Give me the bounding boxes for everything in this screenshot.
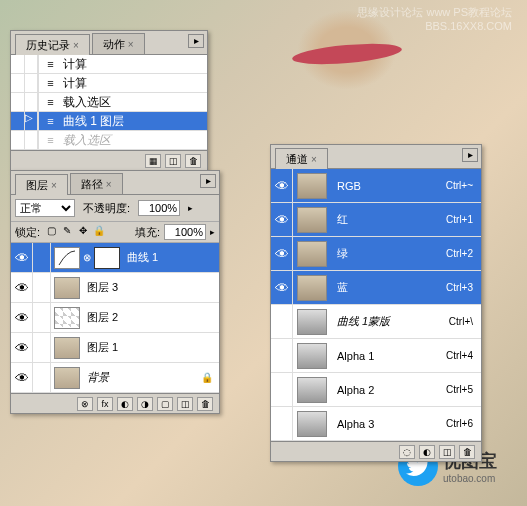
panel-menu-button[interactable]: ▸ <box>462 148 478 162</box>
panel-menu-button[interactable]: ▸ <box>200 174 216 188</box>
opacity-label: 不透明度: <box>83 201 130 216</box>
history-footer: ▦ ◫ 🗑 <box>11 150 207 170</box>
fill-input[interactable] <box>164 224 206 240</box>
lock-icon: 🔒 <box>201 372 213 383</box>
channels-tabs: 通道× <box>271 145 481 169</box>
channel-thumb <box>297 241 327 267</box>
panel-menu-button[interactable]: ▸ <box>188 34 204 48</box>
channel-item[interactable]: 👁红Ctrl+1 <box>271 203 481 237</box>
snapshot-icon[interactable]: ▦ <box>145 154 161 168</box>
document-icon: ≡ <box>39 77 59 89</box>
close-icon[interactable]: × <box>106 179 112 190</box>
trash-icon[interactable]: 🗑 <box>185 154 201 168</box>
curves-thumb-icon[interactable] <box>54 247 80 269</box>
layer-thumb[interactable] <box>54 367 80 389</box>
visibility-icon[interactable]: 👁 <box>271 203 293 236</box>
close-icon[interactable]: × <box>311 154 317 165</box>
close-icon[interactable]: × <box>73 40 79 51</box>
lock-transparency-icon[interactable]: ▢ <box>44 225 58 239</box>
channel-thumb <box>297 377 327 403</box>
tab-channels[interactable]: 通道× <box>275 148 328 169</box>
channels-panel: ▸ 通道× 👁RGBCtrl+~ 👁红Ctrl+1 👁绿Ctrl+2 👁蓝Ctr… <box>270 144 482 462</box>
tab-actions[interactable]: 动作× <box>92 33 145 54</box>
tab-layers[interactable]: 图层× <box>15 174 68 195</box>
layer-item[interactable]: 👁⊗曲线 1 <box>11 243 219 273</box>
document-icon: ≡ <box>39 58 59 70</box>
visibility-icon[interactable]: 👁 <box>271 169 293 202</box>
channel-thumb <box>297 411 327 437</box>
visibility-icon[interactable]: 👁 <box>11 333 33 362</box>
channel-item[interactable]: 👁绿Ctrl+2 <box>271 237 481 271</box>
channel-item[interactable]: Alpha 2Ctrl+5 <box>271 373 481 407</box>
channel-thumb <box>297 343 327 369</box>
new-channel-icon[interactable]: ◫ <box>439 445 455 459</box>
save-selection-icon[interactable]: ◐ <box>419 445 435 459</box>
history-item[interactable]: ≡计算 <box>11 55 207 74</box>
layer-thumb[interactable] <box>54 337 80 359</box>
visibility-icon[interactable] <box>271 407 293 440</box>
visibility-icon[interactable]: 👁 <box>11 273 33 302</box>
trash-icon[interactable]: 🗑 <box>197 397 213 411</box>
lock-row: 锁定: ▢ ✎ ✥ 🔒 填充: ▸ <box>11 221 219 243</box>
blend-mode-select[interactable]: 正常 <box>15 199 75 217</box>
channel-item[interactable]: 曲线 1蒙版Ctrl+\ <box>271 305 481 339</box>
visibility-icon[interactable] <box>271 305 293 338</box>
history-item[interactable]: ≡载入选区 <box>11 93 207 112</box>
new-document-icon[interactable]: ◫ <box>165 154 181 168</box>
channels-footer: ◌ ◐ ◫ 🗑 <box>271 441 481 461</box>
history-item[interactable]: ▷≡曲线 1 图层 <box>11 112 207 131</box>
layer-item[interactable]: 👁背景🔒 <box>11 363 219 393</box>
watermark: 思缘设计论坛 www PS教程论坛 BBS.16XX8.COM <box>357 5 512 32</box>
visibility-icon[interactable]: 👁 <box>271 237 293 270</box>
link-icon: ⊗ <box>83 252 91 263</box>
load-selection-icon[interactable]: ◌ <box>399 445 415 459</box>
layer-item[interactable]: 👁图层 2 <box>11 303 219 333</box>
adjustment-layer-icon[interactable]: ◑ <box>137 397 153 411</box>
layer-mask-icon[interactable]: ◐ <box>117 397 133 411</box>
history-item[interactable]: ≡计算 <box>11 74 207 93</box>
dropdown-icon[interactable]: ▸ <box>210 227 215 237</box>
layer-style-icon[interactable]: fx <box>97 397 113 411</box>
history-list: ≡计算 ≡计算 ≡载入选区 ▷≡曲线 1 图层 ≡载入选区 <box>11 55 207 150</box>
layers-tabs: 图层× 路径× <box>11 171 219 195</box>
layer-item[interactable]: 👁图层 1 <box>11 333 219 363</box>
tab-paths[interactable]: 路径× <box>70 173 123 194</box>
visibility-icon[interactable]: 👁 <box>11 363 33 392</box>
layer-list: 👁⊗曲线 1 👁图层 3 👁图层 2 👁图层 1 👁背景🔒 <box>11 243 219 393</box>
channel-item[interactable]: Alpha 1Ctrl+4 <box>271 339 481 373</box>
lock-all-icon[interactable]: 🔒 <box>92 225 106 239</box>
lock-position-icon[interactable]: ✥ <box>76 225 90 239</box>
history-tabs: 历史记录× 动作× <box>11 31 207 55</box>
channel-item[interactable]: 👁蓝Ctrl+3 <box>271 271 481 305</box>
channel-item[interactable]: Alpha 3Ctrl+6 <box>271 407 481 441</box>
channel-thumb <box>297 173 327 199</box>
visibility-icon[interactable] <box>271 373 293 406</box>
layer-thumb[interactable] <box>54 307 80 329</box>
tab-history[interactable]: 历史记录× <box>15 34 90 55</box>
lock-pixels-icon[interactable]: ✎ <box>60 225 74 239</box>
channel-thumb <box>297 309 327 335</box>
document-icon: ≡ <box>39 115 59 127</box>
opacity-input[interactable] <box>138 200 180 216</box>
layer-thumb[interactable] <box>54 277 80 299</box>
mask-thumb[interactable] <box>94 247 120 269</box>
document-icon: ≡ <box>39 96 59 108</box>
document-icon: ≡ <box>39 134 59 146</box>
group-icon[interactable]: ▢ <box>157 397 173 411</box>
history-item[interactable]: ≡载入选区 <box>11 131 207 150</box>
channel-thumb <box>297 275 327 301</box>
layers-footer: ⊗ fx ◐ ◑ ▢ ◫ 🗑 <box>11 393 219 413</box>
visibility-icon[interactable]: 👁 <box>271 271 293 304</box>
visibility-icon[interactable]: 👁 <box>11 303 33 332</box>
close-icon[interactable]: × <box>128 39 134 50</box>
channel-item[interactable]: 👁RGBCtrl+~ <box>271 169 481 203</box>
visibility-icon[interactable]: 👁 <box>11 243 33 272</box>
dropdown-icon[interactable]: ▸ <box>188 203 193 213</box>
link-layers-icon[interactable]: ⊗ <box>77 397 93 411</box>
new-layer-icon[interactable]: ◫ <box>177 397 193 411</box>
visibility-icon[interactable] <box>271 339 293 372</box>
trash-icon[interactable]: 🗑 <box>459 445 475 459</box>
layer-item[interactable]: 👁图层 3 <box>11 273 219 303</box>
layers-panel: ▸ 图层× 路径× 正常 不透明度: ▸ 锁定: ▢ ✎ ✥ 🔒 填充: ▸ 👁… <box>10 170 220 414</box>
close-icon[interactable]: × <box>51 180 57 191</box>
